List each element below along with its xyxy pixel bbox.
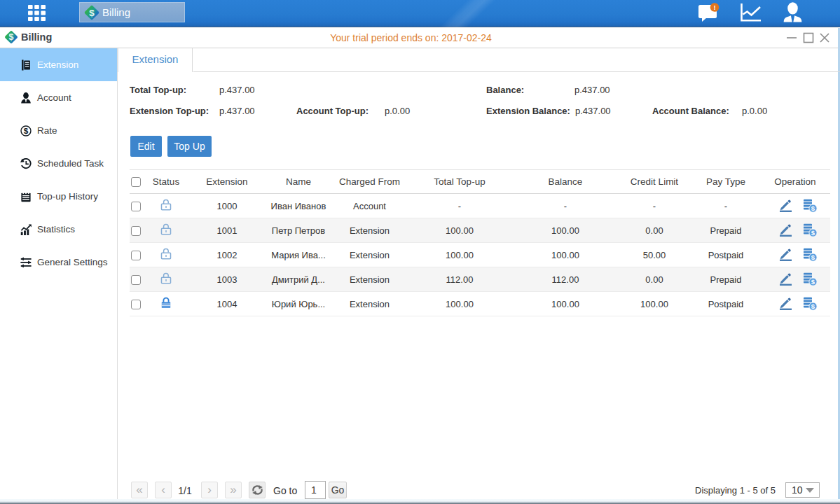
svg-text:$: $ (24, 126, 29, 135)
svg-text:$: $ (89, 7, 95, 18)
svg-text:!: ! (713, 4, 715, 11)
